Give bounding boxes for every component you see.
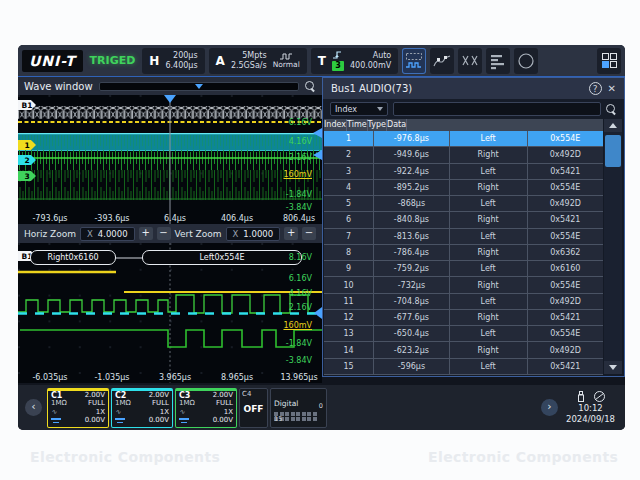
bus-decode-value: Left0x554E — [142, 250, 302, 265]
horizontal-settings-button[interactable]: H 200µs 6.400µs — [142, 48, 204, 74]
ground-offset-icon — [179, 417, 189, 424]
cell-type: Left — [450, 261, 528, 276]
cell-data: 0x554E — [528, 326, 603, 341]
cell-time: -677.6µs — [374, 310, 449, 325]
zoom-waveform-area[interactable]: B1 Right0x6160 Left0x554E 8.16V6.16V4.16… — [18, 243, 322, 383]
cell-time: -949.6µs — [374, 147, 449, 162]
histogram-button[interactable] — [486, 48, 510, 74]
channel-4-box[interactable]: C4 OFF — [239, 388, 268, 428]
channel-box[interactable]: C2 2.00V 1MΩ FULL ∿ 1X 0.00V — [111, 388, 173, 428]
table-row[interactable]: 4 -895.2µs Right 0x554E — [324, 180, 603, 196]
cell-index: 4 — [324, 180, 374, 195]
trigger-level-value: 400.00mV — [350, 61, 391, 71]
search-icon[interactable] — [606, 104, 617, 115]
scroll-down-button[interactable] — [604, 361, 622, 374]
time-label: 8.965µs — [207, 373, 267, 382]
table-row[interactable]: 13 -650.4µs Left 0x554E — [324, 326, 603, 342]
voltage-label: 4.16V — [289, 289, 312, 298]
channel-boxes: C1 2.00V 1MΩ FULL ∿ 1X 0.00V C2 2.00V 1M… — [47, 388, 237, 428]
horiz-zoom-label: Horiz Zoom — [24, 229, 76, 239]
horiz-zoom-in-button[interactable]: + — [139, 227, 153, 240]
zoom-out-icon[interactable] — [305, 81, 316, 92]
digital-last-index: 15 — [274, 415, 282, 423]
cell-index: 8 — [324, 245, 374, 260]
main-waveform-area[interactable]: B1123 6.16V4.16V2.16V160mV-1.84V-3.84V -… — [18, 95, 322, 224]
zoom-window-button[interactable] — [402, 48, 426, 74]
channel-box[interactable]: C1 2.00V 1MΩ FULL ∿ 1X 0.00V — [47, 388, 109, 428]
table-row[interactable]: 3 -922.4µs Left 0x5421 — [324, 164, 603, 180]
horiz-zoom-value-field[interactable]: X 4.0000 — [80, 227, 135, 241]
cell-index: 14 — [324, 342, 374, 357]
window-layout-button[interactable] — [597, 48, 621, 74]
table-row[interactable]: 2 -949.6µs Right 0x492D — [324, 147, 603, 163]
digital-channels-box[interactable]: Digital 0 15 — [270, 388, 327, 428]
table-row[interactable]: 5 -868µs Left 0x492D — [324, 196, 603, 212]
table-row[interactable]: 1 -976.8µs Left 0x554E — [324, 131, 603, 147]
cell-index: 6 — [324, 212, 374, 227]
cell-data: 0x5421 — [528, 310, 603, 325]
search-field-dropdown[interactable]: Index — [330, 102, 388, 116]
cell-index: 1 — [324, 131, 374, 146]
time-label: 406.4µs — [207, 214, 267, 223]
a-key-label: A — [216, 54, 225, 68]
voltage-label: 6.16V — [289, 118, 312, 127]
measure-button[interactable] — [430, 48, 454, 74]
channel-box[interactable]: C3 2.00V 1MΩ FULL ∿ 1X 0.00V — [175, 388, 237, 428]
zoom-window-icon — [404, 51, 424, 71]
arrow-down-icon — [609, 365, 617, 370]
xy-display-button[interactable] — [458, 48, 482, 74]
trigger-source-badge: 3 — [332, 61, 344, 71]
cell-type: Left — [450, 326, 528, 341]
collapse-left-button[interactable]: ‹ — [25, 399, 42, 416]
table-row[interactable]: 8 -786.4µs Right 0x6362 — [324, 245, 603, 261]
table-row[interactable]: 12 -677.6µs Right 0x5421 — [324, 310, 603, 326]
table-row[interactable]: 11 -704.8µs Left 0x492D — [324, 294, 603, 310]
voltage-label: 2.16V — [289, 303, 312, 312]
brand-logo: UNI-T — [22, 50, 83, 72]
cell-time: -840.8µs — [374, 212, 449, 227]
scroll-up-button[interactable] — [604, 119, 622, 132]
vert-zoom-in-button[interactable]: + — [284, 227, 298, 240]
close-icon[interactable]: ✕ — [608, 82, 616, 95]
cell-data: 0x554E — [528, 277, 603, 292]
cell-data: 0x5421 — [528, 212, 603, 227]
vert-zoom-out-button[interactable]: − — [302, 227, 316, 240]
trigger-settings-button[interactable]: T 3 Auto 400.00mV — [311, 48, 398, 74]
bus-decode-value: Right0x6160 — [30, 250, 116, 265]
multiplier-label: X — [233, 229, 239, 239]
cell-index: 3 — [324, 164, 374, 179]
table-row[interactable]: 15 -596µs Left 0x5421 — [324, 359, 603, 375]
waveform-navigator-bar[interactable] — [99, 82, 299, 91]
cell-time: -922.4µs — [374, 164, 449, 179]
cell-type: Left — [450, 359, 528, 374]
trigger-position-marker[interactable] — [195, 84, 203, 89]
cell-type: Left — [450, 131, 528, 146]
multiplier-label: X — [87, 229, 93, 239]
cell-type: Right — [450, 180, 528, 195]
digital-label: Digital — [274, 399, 298, 408]
time-label: -793.6µs — [20, 214, 80, 223]
table-row[interactable]: 14 -623.2µs Right 0x492D — [324, 342, 603, 358]
coupling-icon: ∿ — [179, 409, 211, 417]
help-icon[interactable]: ? — [589, 82, 602, 95]
cell-index: 12 — [324, 310, 374, 325]
table-row[interactable]: 9 -759.2µs Left 0x6160 — [324, 261, 603, 277]
time-label: -6.035µs — [20, 373, 80, 382]
vert-zoom-value-field[interactable]: X 1.0000 — [226, 227, 281, 241]
bus-panel-title: Bus1 AUDIO(73) — [331, 83, 583, 94]
clock-date: 2024/09/18 — [566, 414, 615, 425]
table-row[interactable]: 7 -813.6µs Left 0x554E — [324, 229, 603, 245]
table-row[interactable]: 10 -732µs Right 0x554E — [324, 277, 603, 293]
table-row[interactable]: 6 -840.8µs Right 0x5421 — [324, 212, 603, 228]
mask-test-button[interactable] — [514, 48, 538, 74]
horizontal-delay-value: 6.400µs — [165, 61, 197, 71]
time-label: -393.6µs — [82, 214, 142, 223]
cell-type: Left — [450, 294, 528, 309]
bus-search-input[interactable] — [393, 102, 601, 116]
scrollbar[interactable] — [604, 119, 622, 374]
scrollbar-thumb[interactable] — [605, 135, 621, 167]
horiz-zoom-out-button[interactable]: − — [157, 227, 171, 240]
expand-right-button[interactable]: › — [541, 399, 558, 416]
acquire-settings-button[interactable]: A 5Mpts 2.5GSa/s Normal — [209, 48, 307, 74]
coupling-icon: ∿ — [115, 409, 147, 417]
